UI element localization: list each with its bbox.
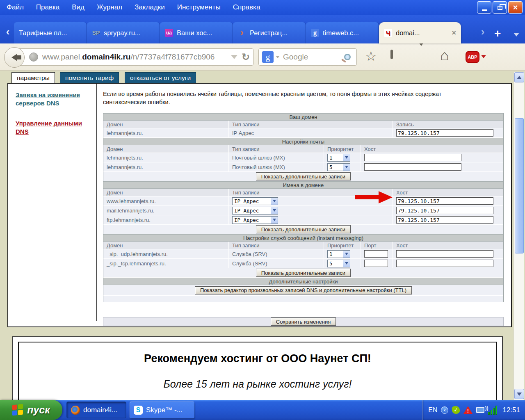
search-input[interactable]: Google (283, 52, 344, 62)
show-more-records-button[interactable]: Показать дополнительные записи (256, 172, 351, 180)
host-input-ftp[interactable] (396, 216, 493, 224)
sidebar-link-dns-servers[interactable]: Заявка на изменение серверов DNS (16, 91, 86, 108)
record-type-select[interactable]: IP Адрес (232, 197, 278, 205)
tab-scroll-right-icon[interactable]: › (477, 25, 488, 38)
new-tab-button[interactable]: + (494, 27, 501, 40)
close-button[interactable]: × (508, 1, 523, 14)
reload-icon[interactable]: ↻ (242, 51, 250, 63)
arrow-shaft (355, 195, 379, 199)
sidebar-link-dns-data[interactable]: Управление данными DNS (16, 119, 86, 136)
port-input[interactable] (364, 250, 388, 258)
tray-network-icon[interactable] (476, 407, 484, 413)
menu-help[interactable]: Справка (233, 3, 260, 11)
tab-change-tariff[interactable]: поменять тариф (60, 72, 119, 83)
scroll-down-button[interactable] (514, 389, 524, 399)
home-icon[interactable]: ⌂ (440, 47, 449, 64)
select-arrow-icon (343, 154, 350, 161)
tab-scroll-left-icon[interactable]: ‹ (2, 25, 13, 38)
priority-select[interactable]: 5 (327, 163, 350, 171)
page-scrollbar[interactable] (514, 72, 524, 400)
bookmarks-panel-icon[interactable] (390, 51, 393, 58)
col-header-priority: Приоритет (324, 145, 361, 153)
main-content: Если во время работы появились ячейки та… (103, 90, 504, 326)
tab-parameters[interactable]: параметры (11, 72, 55, 83)
firefox-icon (71, 406, 80, 415)
record-value-input[interactable] (396, 129, 493, 137)
ua-favicon-icon: ua (165, 29, 173, 37)
search-icon[interactable] (344, 54, 351, 60)
window-menu-bar: Файл Правка Вид Журнал Закладки Инструме… (0, 0, 525, 15)
select-arrow-icon (343, 164, 350, 171)
record-type-select[interactable]: IP Адрес (232, 216, 278, 224)
priority-select[interactable]: 5 (327, 260, 350, 267)
select-arrow-icon (271, 217, 278, 224)
tray-update-icon[interactable]: ✓ (452, 406, 460, 414)
tab-list-dropdown-icon[interactable] (514, 33, 519, 37)
record-type-cell: Служба (SRV) (229, 259, 324, 268)
save-row: Сохранить изменения (103, 317, 504, 326)
col-header-port: Порт (361, 242, 393, 249)
minimize-button[interactable] (477, 1, 491, 14)
scrollbar-thumb[interactable] (515, 118, 524, 253)
url-bar[interactable]: www.panel.domain4ik.ru/n/7737a4f781677cb… (15, 48, 253, 66)
domain-cell: lehmannjets.ru. (103, 153, 229, 162)
tray-signal-icon[interactable] (488, 406, 497, 415)
search-engine-dropdown-icon[interactable] (276, 56, 280, 58)
browser-tab-sprypay[interactable]: SP sprypay.ru... (87, 22, 160, 43)
toolbar-separator (385, 50, 385, 64)
back-button[interactable] (4, 47, 25, 68)
record-type-cell: IP Адрес (229, 128, 393, 137)
priority-select[interactable]: 1 (327, 154, 350, 162)
host-input-mail[interactable] (396, 207, 493, 214)
skype-icon: S (134, 406, 143, 415)
search-bar[interactable]: g Google (258, 48, 357, 66)
host-input-www[interactable] (396, 197, 493, 205)
tray-warning-icon[interactable]: ! (463, 406, 472, 414)
save-changes-button[interactable]: Сохранить изменения (271, 317, 336, 326)
browser-tab-tariff-plans[interactable]: Тарифные пл... (14, 22, 87, 43)
host-input[interactable] (396, 260, 493, 267)
browser-tab-timeweb[interactable]: g timeweb.c... (306, 22, 379, 43)
adblock-button[interactable]: ABP (466, 51, 479, 63)
header-row: Домен Тип записи Запись (103, 121, 503, 128)
menu-bookmarks[interactable]: Закладки (135, 3, 165, 11)
tray-collapse-icon[interactable]: ‹ (441, 406, 448, 414)
scroll-up-button[interactable] (514, 72, 524, 82)
table-row: lehmannjets.ru. Почтовый шлюз (MX) 1 (103, 153, 503, 162)
language-indicator[interactable]: EN (428, 406, 437, 414)
col-header-priority: Приоритет (324, 242, 361, 249)
taskbar-task-firefox[interactable]: domain4i... (66, 402, 126, 418)
restore-button[interactable] (493, 1, 507, 14)
tab-label: Ваши хос... (177, 29, 212, 37)
menu-tools[interactable]: Инструменты (177, 3, 221, 11)
adblock-dropdown-icon[interactable] (481, 55, 486, 58)
browser-tab-hosting[interactable]: ua Ваши хос... (160, 22, 233, 43)
menu-view[interactable]: Вид (72, 3, 84, 11)
record-type-select[interactable]: IP Адрес (232, 207, 278, 215)
show-more-records-button[interactable]: Показать дополнительные записи (256, 269, 351, 277)
start-button[interactable]: пуск (0, 400, 62, 420)
priority-select[interactable]: 1 (327, 250, 350, 258)
taskbar-task-skype[interactable]: S Skype™ -... (130, 402, 194, 418)
downloads-icon[interactable] (416, 46, 426, 53)
menu-history[interactable]: Журнал (97, 3, 122, 11)
tab-close-icon[interactable]: × (452, 29, 456, 37)
tab-label: Тарифные пл... (19, 29, 67, 37)
browser-tab-registration[interactable]: › Регистрац... (233, 22, 306, 43)
host-input[interactable] (364, 154, 461, 161)
url-dropdown-icon[interactable] (231, 55, 237, 59)
menu-file[interactable]: Файл (7, 3, 24, 11)
menu-edit[interactable]: Правка (36, 3, 59, 11)
host-input[interactable] (364, 163, 461, 171)
section-title-mail: Настройки почты (103, 138, 503, 145)
search-engine-icon[interactable]: g (262, 51, 274, 63)
bookmark-star-icon[interactable]: ☆ (365, 48, 377, 64)
show-more-records-button[interactable]: Показать дополнительные записи (256, 225, 351, 233)
domain-cell: www.lehmannjets.ru. (103, 196, 229, 205)
tab-cancel-service[interactable]: отказаться от услуги (125, 72, 196, 83)
browser-tab-domain4ik-active[interactable]: Ч domai... × (379, 22, 461, 43)
show-dns-editor-button[interactable]: Показать редактор произвольных записей D… (195, 286, 412, 294)
host-input[interactable] (396, 250, 493, 258)
port-input[interactable] (364, 260, 388, 267)
arrow-head (379, 191, 393, 203)
